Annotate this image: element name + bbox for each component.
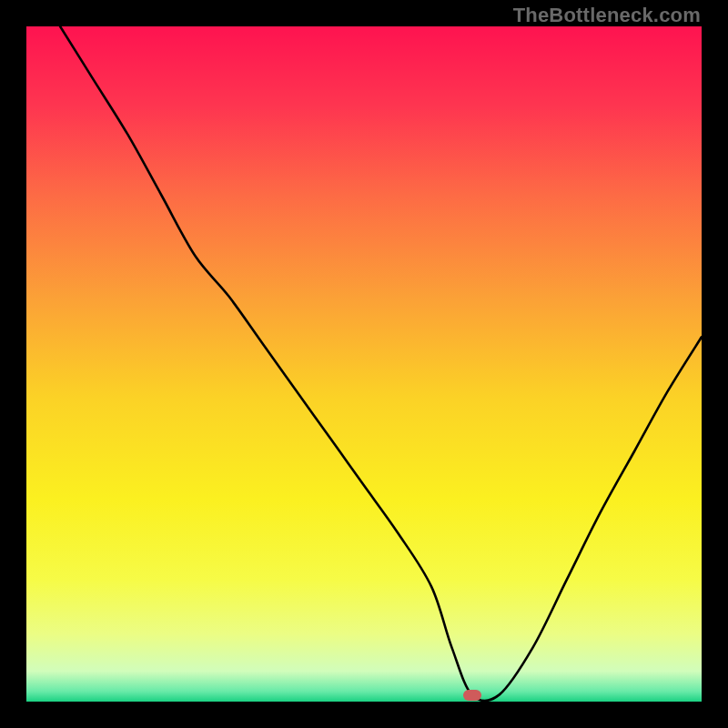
chart-frame: TheBottleneck.com (0, 0, 728, 728)
plot-area (26, 26, 702, 702)
gradient-background (26, 26, 702, 702)
chart-svg (26, 26, 702, 702)
watermark-text: TheBottleneck.com (513, 4, 701, 27)
optimal-point-marker (463, 690, 481, 701)
